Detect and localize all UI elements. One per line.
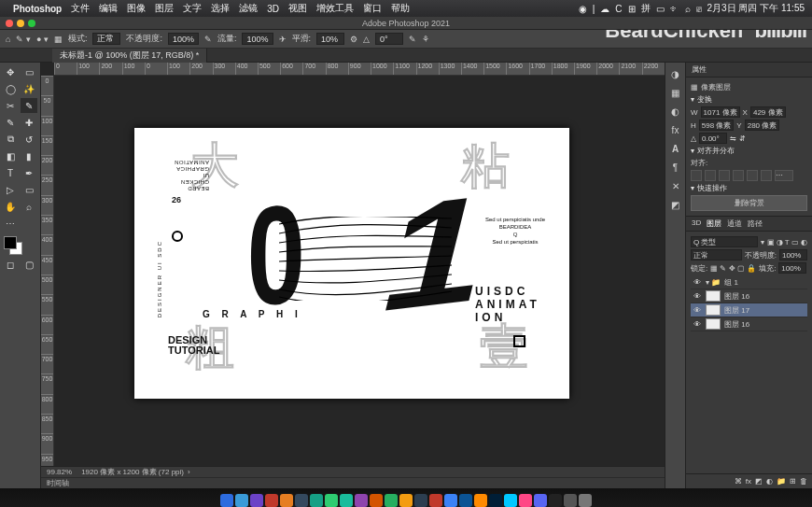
color-swatch[interactable] bbox=[4, 236, 22, 255]
layer-thumb[interactable] bbox=[706, 304, 721, 316]
link-layers-icon[interactable]: ⌘ bbox=[735, 477, 742, 486]
menu-file[interactable]: 文件 bbox=[71, 2, 90, 15]
dock-app[interactable] bbox=[385, 494, 398, 507]
brush-tool-icon[interactable]: ✎ ▾ bbox=[16, 35, 31, 44]
minimize-icon[interactable] bbox=[17, 20, 24, 27]
dock-app[interactable] bbox=[489, 494, 502, 507]
text-tool[interactable]: T bbox=[2, 165, 19, 180]
flip-h-icon[interactable]: ⇋ bbox=[730, 134, 736, 143]
pen-tool[interactable]: ✒ bbox=[21, 165, 37, 180]
dock-app[interactable] bbox=[474, 494, 487, 507]
screenmode-tool[interactable]: ▢ bbox=[21, 257, 37, 272]
layer-filter[interactable]: Q 类型 bbox=[691, 236, 758, 247]
zoom-icon[interactable] bbox=[28, 20, 35, 27]
menu-window[interactable]: 窗口 bbox=[363, 2, 382, 15]
pressure-size-icon[interactable]: ✎ bbox=[409, 35, 416, 44]
doc-dimensions[interactable]: 1920 像素 x 1200 像素 (72 ppi) bbox=[81, 467, 184, 477]
layer-row[interactable]: 👁图层 16 bbox=[691, 289, 807, 303]
adjustment-icon[interactable]: ◐ bbox=[766, 477, 773, 486]
dock-app[interactable] bbox=[414, 494, 427, 507]
visibility-icon[interactable]: 👁 bbox=[693, 320, 702, 329]
new-layer-icon[interactable]: ⊞ bbox=[790, 477, 796, 486]
menu-edit[interactable]: 编辑 bbox=[99, 2, 118, 15]
tab-3d[interactable]: 3D bbox=[692, 218, 701, 229]
dock-app[interactable] bbox=[399, 494, 413, 507]
pressure-opacity-icon[interactable]: ✎ bbox=[204, 35, 212, 44]
width-input[interactable]: 1071 像素 bbox=[701, 106, 740, 118]
move-tool[interactable]: ✥ bbox=[2, 64, 19, 79]
eyedropper-tool[interactable]: ✎ bbox=[2, 115, 19, 130]
airbrush-icon[interactable]: ✈ bbox=[279, 35, 287, 44]
marquee-tool[interactable]: ▭ bbox=[21, 64, 37, 79]
dock-app[interactable] bbox=[519, 494, 532, 507]
cloud-icon[interactable]: ☁ bbox=[600, 4, 609, 14]
menu-plugins[interactable]: 增效工具 bbox=[316, 2, 354, 15]
panel-icon-para[interactable]: ¶ bbox=[668, 160, 683, 175]
control-center-icon[interactable]: ⎚ bbox=[696, 4, 702, 14]
ruler-horizontal[interactable]: 0100200100010020030040050060070080090010… bbox=[54, 63, 665, 76]
mask-icon[interactable]: ◩ bbox=[755, 477, 763, 486]
close-icon[interactable] bbox=[6, 20, 13, 27]
dock-app[interactable] bbox=[534, 494, 547, 507]
menu-view[interactable]: 视图 bbox=[288, 2, 307, 15]
align-left-icon[interactable] bbox=[691, 170, 702, 181]
shape-tool[interactable]: ▭ bbox=[21, 182, 37, 197]
panel-icon-swatches[interactable]: ▦ bbox=[668, 85, 683, 100]
gradient-tool[interactable]: ▮ bbox=[21, 148, 37, 163]
dock-app[interactable] bbox=[340, 494, 353, 507]
menu-select[interactable]: 选择 bbox=[211, 2, 230, 15]
dock-app[interactable] bbox=[549, 494, 562, 507]
align-top-icon[interactable] bbox=[733, 170, 744, 181]
document-tab[interactable]: 未标题-1 @ 100% (图层 17, RGB/8) * bbox=[52, 49, 207, 63]
menu-layer[interactable]: 图层 bbox=[155, 2, 174, 15]
brush-preset[interactable]: ● ▾ bbox=[36, 35, 49, 44]
brush-tool[interactable]: ✎ bbox=[21, 98, 37, 113]
dock-app[interactable] bbox=[459, 494, 472, 507]
remove-bg-button[interactable]: 删除背景 bbox=[691, 195, 807, 211]
visibility-icon[interactable]: 👁 bbox=[693, 292, 702, 301]
c-icon[interactable]: C bbox=[615, 4, 622, 14]
align-right-icon[interactable] bbox=[719, 170, 730, 181]
app-name[interactable]: Photoshop bbox=[13, 4, 62, 14]
dock-app[interactable] bbox=[504, 494, 517, 507]
smooth-settings-icon[interactable]: ⚙ bbox=[350, 35, 357, 44]
layer-row-selected[interactable]: 👁图层 17 bbox=[691, 303, 807, 317]
dock-app[interactable] bbox=[444, 494, 457, 507]
path-tool[interactable]: ▷ bbox=[2, 182, 19, 197]
quick-actions-label[interactable]: 快速操作 bbox=[697, 183, 727, 193]
menu-help[interactable]: 帮助 bbox=[391, 2, 410, 15]
align-vcenter-icon[interactable] bbox=[747, 170, 758, 181]
layer-thumb[interactable] bbox=[706, 290, 721, 302]
angle-icon[interactable]: △ bbox=[363, 35, 370, 44]
visibility-icon[interactable]: 👁 bbox=[693, 278, 702, 287]
fill-input[interactable]: 100% bbox=[778, 262, 806, 274]
more-tools[interactable]: ⋯ bbox=[2, 216, 19, 231]
wifi-icon[interactable]: ᯤ bbox=[670, 4, 679, 14]
lasso-tool[interactable]: ◯ bbox=[2, 81, 19, 96]
panel-icon-info[interactable]: ◩ bbox=[668, 197, 683, 212]
healing-tool[interactable]: ✚ bbox=[21, 115, 37, 130]
menu-3d[interactable]: 3D bbox=[267, 4, 279, 14]
timeline-label[interactable]: 时间轴 bbox=[47, 478, 69, 488]
properties-panel-header[interactable]: 属性 bbox=[686, 63, 812, 77]
dock-app[interactable] bbox=[220, 494, 233, 507]
align-hcenter-icon[interactable] bbox=[705, 170, 716, 181]
layer-row[interactable]: 👁图层 16 bbox=[691, 317, 807, 331]
dock-app[interactable] bbox=[355, 494, 368, 507]
layer-group-row[interactable]: 👁▾ 📁 组 1 bbox=[691, 275, 807, 289]
flip-v-icon[interactable]: ⇵ bbox=[739, 134, 746, 143]
dock-app[interactable] bbox=[310, 494, 323, 507]
history-brush-tool[interactable]: ↺ bbox=[21, 132, 37, 147]
dock-app[interactable] bbox=[579, 494, 592, 507]
wand-tool[interactable]: ✨ bbox=[21, 81, 37, 96]
dock-app[interactable] bbox=[295, 494, 308, 507]
visibility-icon[interactable]: 👁 bbox=[693, 306, 702, 315]
quickmask-tool[interactable]: ◻ bbox=[2, 257, 19, 272]
chevron-right-icon[interactable]: › bbox=[188, 468, 190, 476]
home-icon[interactable]: ⌂ bbox=[6, 35, 10, 44]
grid-icon[interactable]: ⊞ bbox=[628, 4, 636, 14]
record-icon[interactable]: ◉ bbox=[579, 4, 587, 14]
panel-icon-adjust[interactable]: ◐ bbox=[668, 104, 683, 119]
align-label[interactable]: 对齐并分布 bbox=[697, 146, 735, 156]
x-input[interactable]: 429 像素 bbox=[750, 106, 786, 118]
